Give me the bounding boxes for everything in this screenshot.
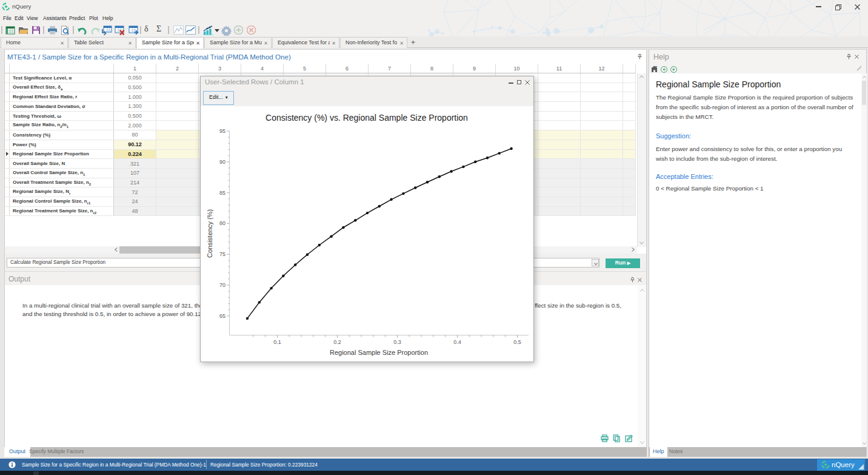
svg-text:0.2: 0.2 — [333, 339, 341, 345]
svg-text:0.5: 0.5 — [513, 339, 521, 345]
svg-text:Consistency (%): Consistency (%) — [206, 209, 213, 258]
svg-text:65: 65 — [219, 313, 225, 319]
svg-text:85: 85 — [219, 190, 225, 196]
svg-text:90: 90 — [219, 159, 225, 165]
svg-text:Consistency (%) vs. Regional S: Consistency (%) vs. Regional Sample Size… — [265, 113, 468, 123]
svg-text:70: 70 — [219, 282, 225, 288]
svg-text:Regional Sample Size Proportio: Regional Sample Size Proportion — [330, 349, 428, 356]
svg-text:75: 75 — [219, 251, 225, 257]
svg-text:95: 95 — [219, 128, 225, 134]
svg-text:80: 80 — [219, 220, 225, 226]
svg-text:0.1: 0.1 — [273, 339, 281, 345]
svg-text:0.4: 0.4 — [453, 339, 461, 345]
svg-text:0.3: 0.3 — [393, 339, 401, 345]
